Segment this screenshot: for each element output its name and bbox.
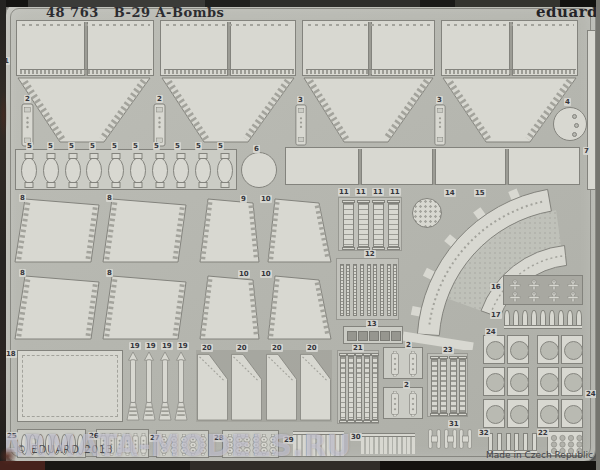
- comb-tooth: [558, 310, 564, 326]
- comb-tooth: [407, 437, 410, 454]
- comb-tooth: [497, 433, 502, 451]
- ladder-strip: [340, 264, 344, 316]
- ladder-strip: [373, 203, 384, 247]
- capsule-part: [124, 433, 131, 456]
- circle-hole: [486, 373, 505, 392]
- fin-part: [84, 153, 104, 188]
- pe-part-3: [294, 104, 308, 146]
- circle-cell: [483, 367, 505, 396]
- square-hole: [380, 331, 390, 341]
- pe-part-28: [222, 430, 279, 458]
- ladder-strip: [431, 359, 438, 413]
- fairing-part: [231, 351, 262, 421]
- circle-hole: [540, 373, 559, 392]
- dash-line: [308, 24, 431, 26]
- comb-tooth: [532, 433, 537, 451]
- comb-tooth: [361, 437, 364, 454]
- square-hole: [369, 331, 379, 341]
- circle-cell: [507, 367, 529, 396]
- chain-part: [170, 434, 178, 456]
- capsule-part: [116, 433, 123, 456]
- circle-cell: [507, 335, 529, 364]
- chain-part: [160, 434, 168, 456]
- ladder-cap: [430, 413, 439, 416]
- ladder-strip: [450, 359, 457, 413]
- ladder-cap: [439, 413, 448, 416]
- circle-cell: [561, 399, 583, 428]
- chain-part: [269, 434, 277, 456]
- clip-part: [444, 429, 457, 449]
- comb-tooth: [523, 433, 528, 451]
- bomb-body-part: [405, 391, 421, 417]
- ladder-strip: [373, 264, 377, 316]
- comb-tooth: [398, 437, 401, 454]
- bomb-part: [142, 351, 156, 421]
- bomb-body-part: [387, 391, 403, 417]
- pe-part-10: [267, 198, 333, 264]
- pe-part-5-row: [15, 149, 237, 190]
- bomb-dart: [546, 279, 562, 303]
- ladder-cap: [347, 353, 355, 356]
- ladder-strip: [440, 359, 447, 413]
- square-hole: [358, 331, 368, 341]
- red-smudge-bottom-left: [0, 446, 16, 466]
- ladder-cap: [449, 413, 458, 416]
- comb-tooth: [336, 435, 339, 456]
- pe-hopper: [303, 77, 435, 144]
- ladder-strip: [360, 264, 364, 316]
- square-hole: [391, 331, 401, 341]
- ladder-strip: [353, 264, 357, 316]
- comb-tooth: [317, 435, 320, 456]
- fin-part: [41, 153, 61, 188]
- fin-part: [215, 153, 235, 188]
- panel-divider: [432, 149, 436, 185]
- pe-bay-panel-1: [441, 20, 578, 76]
- fin-part: [63, 153, 83, 188]
- pe-bay-panel-1: [160, 20, 296, 76]
- comb-tooth: [341, 435, 344, 456]
- fin-part: [193, 153, 213, 188]
- bomb-part: [174, 351, 188, 421]
- pe-part-2-panel: [383, 387, 423, 419]
- circle-cell: [483, 335, 505, 364]
- comb-tooth: [370, 437, 373, 454]
- comb-tooth: [366, 437, 369, 454]
- comb-tooth: [412, 437, 415, 454]
- ladder-cap: [372, 200, 385, 203]
- photo-edge-left: [0, 0, 6, 470]
- comb-tooth: [540, 310, 546, 326]
- bomb-body-part: [405, 351, 421, 377]
- comb-tooth: [504, 310, 510, 326]
- pe-part-8: [14, 198, 101, 264]
- clip-part: [428, 429, 441, 449]
- ladder-cap: [339, 353, 347, 356]
- photo-edge-bottom: [0, 461, 600, 470]
- catalog-number: 48 763: [46, 5, 99, 20]
- comb-tooth: [403, 437, 406, 454]
- bomb-part: [126, 351, 140, 421]
- circle-cell: [561, 335, 583, 364]
- circle-cell: [483, 399, 505, 428]
- hole: [574, 123, 579, 128]
- pe-part-31: [427, 428, 473, 450]
- pe-part-8: [102, 275, 188, 341]
- ladder-cap: [357, 200, 370, 203]
- hatch-line: [164, 69, 294, 74]
- comb-tooth: [522, 310, 528, 326]
- comb-tooth: [488, 433, 493, 451]
- ladder-strip: [356, 356, 362, 420]
- pe-part-9: [199, 198, 261, 264]
- pe-part-27: [156, 430, 209, 458]
- ladder-strip: [358, 203, 369, 247]
- chain-part: [235, 434, 243, 456]
- clip-part: [459, 429, 472, 449]
- comb-tooth: [567, 310, 573, 326]
- ladder-strip: [372, 356, 378, 420]
- comb-tooth: [312, 435, 315, 456]
- dash-line: [447, 24, 574, 26]
- ladder-cap: [342, 247, 355, 250]
- comb-tooth: [307, 435, 310, 456]
- ladder-cap: [449, 356, 458, 359]
- pe-part-10: [267, 275, 333, 341]
- hole: [572, 132, 577, 137]
